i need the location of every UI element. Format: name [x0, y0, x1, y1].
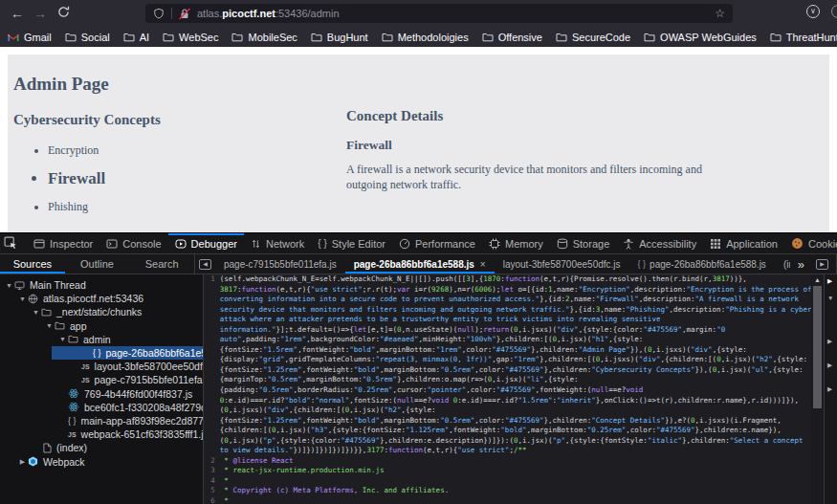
- application-icon: [710, 238, 721, 250]
- twisty-icon[interactable]: ▼: [44, 322, 55, 329]
- tab-application[interactable]: Application: [703, 233, 784, 253]
- tab-style-editor[interactable]: { } Style Editor: [311, 233, 392, 253]
- tree-item[interactable]: bce60fc1-f330208a48f279d5.js: [0, 401, 203, 414]
- tab-storage[interactable]: Storage: [550, 233, 617, 253]
- pick-element-button[interactable]: [0, 236, 23, 252]
- line-number[interactable]: [204, 365, 220, 376]
- account-icon[interactable]: [831, 5, 837, 18]
- tab-accessibility[interactable]: Accessibility: [616, 233, 703, 253]
- file-tab[interactable]: (index): [775, 254, 790, 274]
- debugger-secondary-toolbar: Sources Outline Search ◀ page-c7915b5bfe…: [0, 254, 837, 274]
- pocket-icon[interactable]: ∨: [806, 5, 820, 18]
- scrollbar-thumb[interactable]: [813, 286, 822, 408]
- reload-button[interactable]: [52, 6, 75, 21]
- line-number[interactable]: 5: [204, 486, 220, 496]
- line-number[interactable]: [204, 436, 220, 447]
- bookmark-item[interactable]: AI: [123, 32, 149, 43]
- line-number[interactable]: [204, 285, 220, 296]
- bookmark-item[interactable]: SecureCode: [556, 32, 630, 43]
- twisty-icon[interactable]: ▼: [57, 336, 68, 342]
- more-tabs-icon[interactable]: »: [790, 257, 812, 272]
- line-number[interactable]: [204, 335, 220, 345]
- bookmark-star-icon[interactable]: ☆: [715, 7, 725, 20]
- back-button[interactable]: ←: [6, 6, 29, 21]
- tree-item[interactable]: JSlayout-3bfe58700ee50dfc.js: [0, 360, 203, 373]
- twisty-icon[interactable]: ▼: [17, 296, 28, 302]
- line-number[interactable]: [204, 385, 220, 396]
- tree-item[interactable]: JSpage-c7915b5bfe011efa.js: [0, 373, 203, 386]
- tree-item[interactable]: (index): [0, 441, 203, 454]
- tab-memory[interactable]: Memory: [482, 233, 550, 253]
- line-number[interactable]: [204, 295, 220, 305]
- scrollbar-up-icon[interactable]: ▲: [811, 274, 824, 285]
- bookmark-item[interactable]: Offensive: [482, 32, 542, 43]
- line-number[interactable]: 1: [204, 274, 220, 285]
- line-number[interactable]: [204, 426, 220, 436]
- close-tab-icon[interactable]: ×: [480, 259, 486, 270]
- bookmark-item[interactable]: ThreatHunt: [770, 32, 837, 43]
- line-number[interactable]: 2: [204, 456, 220, 467]
- tab-debugger[interactable]: Debugger: [168, 233, 244, 253]
- tab-sources[interactable]: Sources: [0, 254, 65, 274]
- line-number[interactable]: 4: [204, 476, 220, 487]
- collapse-pane-icon[interactable]: ◀: [199, 259, 211, 270]
- tree-item-label: admin: [83, 334, 111, 345]
- code-row: 5 * Copyright (c) Meta Platforms, Inc. a…: [204, 486, 811, 496]
- tree-item[interactable]: JSwebpack-651cf63f3835fff1.js: [0, 427, 203, 441]
- tree-item-label: bce60fc1-f330208a48f279d5.js: [84, 402, 204, 413]
- file-tab[interactable]: page-26ba86bbf6a1e588.js×: [345, 254, 495, 274]
- line-number[interactable]: [204, 305, 220, 316]
- line-number[interactable]: [204, 446, 220, 456]
- bookmark-item[interactable]: MobileSec: [231, 32, 297, 43]
- line-number[interactable]: 3: [204, 466, 220, 476]
- tab-cookie-editor[interactable]: Cookie-Editor: [784, 233, 837, 253]
- tree-item[interactable]: { }main-app-af893f98ec2d8771.js: [0, 414, 203, 427]
- pane-expander-icon[interactable]: ▶: [827, 362, 832, 369]
- tab-console[interactable]: Console: [99, 233, 167, 253]
- tree-item[interactable]: ▼admin: [0, 333, 203, 346]
- twisty-icon[interactable]: ▼: [31, 309, 41, 316]
- expand-panel-icon[interactable]: ▶: [816, 259, 828, 270]
- bookmark-item[interactable]: WebSec: [163, 32, 218, 43]
- bookmark-item[interactable]: Methodoloigies: [382, 32, 469, 43]
- pane-expander-icon[interactable]: ▶: [827, 277, 832, 285]
- tab-network[interactable]: Network: [244, 233, 311, 253]
- line-number[interactable]: [204, 315, 220, 325]
- tree-item[interactable]: ▼Main Thread: [0, 278, 203, 292]
- line-number[interactable]: [204, 325, 220, 336]
- tab-search[interactable]: Search: [129, 254, 194, 274]
- twisty-icon[interactable]: ▶: [17, 458, 28, 466]
- tree-item[interactable]: ▶Webpack: [0, 454, 203, 468]
- tree-item[interactable]: ▼_next/static/chunks: [0, 305, 203, 318]
- twisty-icon[interactable]: ▼: [4, 282, 14, 289]
- file-tab[interactable]: { }page-26ba86bbf6a1e588.js: [629, 254, 775, 274]
- concept-item[interactable]: Phishing: [48, 194, 829, 220]
- tab-performance[interactable]: Performance: [392, 233, 482, 253]
- tree-item[interactable]: { }page-26ba86bbf6a1e588.js: [0, 346, 203, 360]
- tab-outline[interactable]: Outline: [65, 254, 130, 274]
- code-text: converting information into a secure cod…: [220, 295, 799, 305]
- bookmark-item[interactable]: Gmail: [8, 32, 52, 43]
- pane-expander-icon[interactable]: ▶: [827, 338, 832, 345]
- file-tab[interactable]: page-c7915b5bfe011efa.js: [215, 254, 345, 274]
- bookmark-item[interactable]: Social: [65, 32, 110, 43]
- bookmark-item[interactable]: OWASP WebGuides: [644, 32, 757, 43]
- pane-expander-icon[interactable]: ▶: [827, 385, 832, 393]
- tree-item[interactable]: ▼atlas.picoctf.net:53436: [0, 292, 203, 305]
- line-number[interactable]: [204, 345, 220, 356]
- tree-item[interactable]: 769-4b44f6fd00f4f837.js: [0, 387, 203, 401]
- forward-button[interactable]: →: [29, 6, 52, 21]
- line-number[interactable]: [204, 396, 220, 406]
- pane-expander-icon[interactable]: ▼: [827, 295, 833, 301]
- tree-item[interactable]: ▼app: [0, 319, 203, 333]
- line-number[interactable]: [204, 416, 220, 427]
- url-bar[interactable]: atlas.picoctf.net:53436/admin ☆: [145, 4, 733, 23]
- file-tab[interactable]: layout-3bfe58700ee50dfc.js: [495, 254, 629, 274]
- line-number[interactable]: [204, 405, 220, 416]
- line-number[interactable]: 6: [204, 496, 220, 504]
- line-number[interactable]: [204, 375, 220, 385]
- bookmark-item[interactable]: BugHunt: [311, 32, 368, 43]
- line-number[interactable]: [204, 355, 220, 365]
- editor-scrollbar[interactable]: ▲: [811, 274, 824, 504]
- tab-inspector[interactable]: Inspector: [27, 233, 99, 253]
